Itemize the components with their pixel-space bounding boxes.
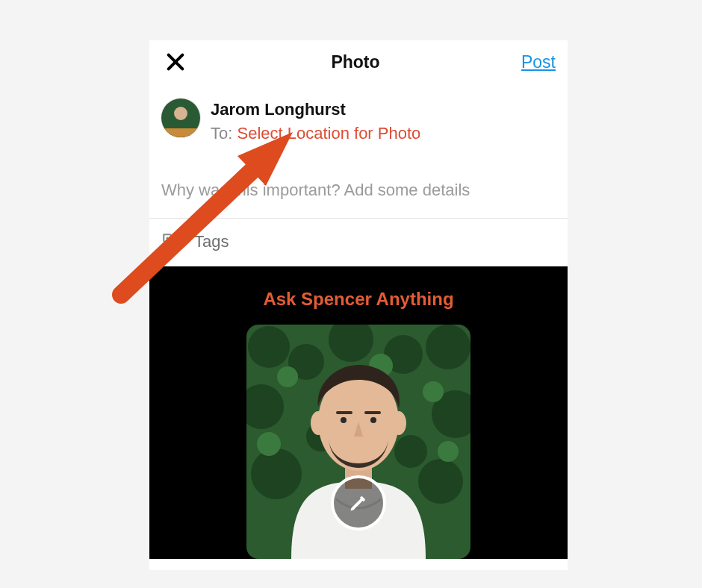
svg-point-3: [174, 107, 187, 120]
to-prefix: To:: [211, 124, 237, 143]
user-row: Jarom Longhurst To: Select Location for …: [149, 82, 568, 149]
svg-point-26: [391, 411, 406, 435]
svg-point-11: [426, 325, 470, 369]
caption-area: [149, 149, 568, 218]
avatar-image: [161, 98, 200, 137]
svg-point-21: [257, 432, 281, 456]
preview-headline: Ask Spencer Anything: [149, 266, 568, 310]
svg-point-7: [248, 326, 290, 368]
svg-point-28: [370, 417, 376, 423]
tag-icon: [161, 232, 181, 251]
svg-rect-4: [161, 128, 200, 137]
close-icon: [165, 51, 186, 72]
svg-point-18: [277, 366, 298, 387]
post-button[interactable]: Post: [521, 52, 556, 72]
svg-point-17: [394, 435, 427, 468]
caption-input[interactable]: [161, 181, 556, 200]
svg-point-5: [166, 237, 168, 239]
pencil-icon: [348, 492, 369, 513]
user-name: Jarom Longhurst: [211, 100, 420, 119]
avatar[interactable]: [161, 98, 200, 137]
svg-point-25: [311, 411, 326, 435]
svg-point-15: [418, 459, 463, 504]
svg-point-22: [438, 441, 459, 462]
photo-preview: Ask Spencer Anything: [149, 266, 568, 559]
to-line: To: Select Location for Photo: [211, 124, 420, 143]
svg-rect-29: [336, 411, 352, 414]
top-bar: Photo Post: [149, 40, 568, 82]
edit-photo-button[interactable]: [331, 475, 386, 531]
user-text-block: Jarom Longhurst To: Select Location for …: [211, 98, 420, 143]
svg-point-14: [251, 448, 302, 499]
svg-point-20: [423, 381, 444, 402]
page-title: Photo: [331, 52, 379, 72]
tags-row[interactable]: Tags: [149, 219, 568, 266]
select-location-link[interactable]: Select Location for Photo: [237, 124, 420, 143]
photo-compose-card: Photo Post Jarom Longhurst To: Select Lo…: [149, 40, 568, 570]
tags-label: Tags: [194, 232, 229, 251]
svg-rect-30: [364, 411, 381, 414]
svg-point-27: [341, 417, 347, 423]
close-button[interactable]: [161, 48, 190, 76]
